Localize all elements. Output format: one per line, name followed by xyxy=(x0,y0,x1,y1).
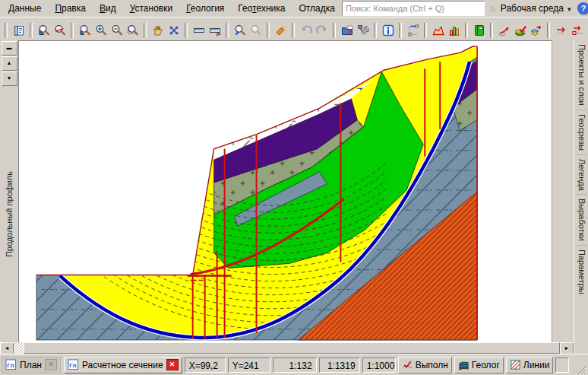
tab-longitudinal-profile[interactable]: Продольный профиль xyxy=(5,171,14,257)
overflow-icon[interactable]: » xyxy=(585,23,588,38)
chevron-down-icon: ▼ xyxy=(566,6,572,13)
topbar-right: △ Рабочая среда ▼ ? xyxy=(342,1,588,16)
status-button-vypol[interactable]: Выполн xyxy=(398,357,452,373)
tab-легенда[interactable]: Легенда xyxy=(577,154,587,195)
toolbar-separator xyxy=(424,23,427,38)
folder-documents-icon[interactable] xyxy=(339,23,355,38)
arrow-box-icon[interactable] xyxy=(569,23,585,38)
toolbar-separator xyxy=(30,23,33,38)
toolbar-separator xyxy=(185,23,188,38)
status-button-linii[interactable]: Линии xyxy=(506,357,554,373)
menu-установки[interactable]: Установки xyxy=(123,1,180,16)
flashlight-icon[interactable] xyxy=(273,23,289,38)
geolog-icon xyxy=(458,359,469,370)
tab-выработки[interactable]: Выработки xyxy=(577,194,587,245)
scale-field[interactable]: 1:1319 xyxy=(319,358,360,373)
arrow-line-icon[interactable] xyxy=(553,23,569,38)
zoom-in-icon[interactable] xyxy=(93,23,109,38)
zoom-corner-icon[interactable] xyxy=(77,23,93,38)
resize-grip[interactable] xyxy=(576,364,586,375)
toolbar-separator xyxy=(267,23,270,38)
profile-chart-icon[interactable] xyxy=(430,23,446,38)
curve-arrow-icon[interactable] xyxy=(496,23,512,38)
menu-отладка[interactable]: Отладка xyxy=(292,1,341,16)
menu-геотехника[interactable]: Геотехника xyxy=(231,1,292,16)
coord-x: X=99,2 xyxy=(185,358,226,373)
column-chart-icon[interactable] xyxy=(446,23,462,38)
tab-параметры[interactable]: Параметры xyxy=(577,245,587,298)
linii-icon xyxy=(510,359,521,370)
menu-вид[interactable]: Вид xyxy=(93,1,123,16)
scrollbar-thumb[interactable] xyxy=(24,342,560,354)
zoom-extents-icon[interactable] xyxy=(166,23,182,38)
horizontal-scrollbar[interactable]: ◄ ► xyxy=(0,342,574,354)
doc-tab-план[interactable]: ГлПлан✕ xyxy=(2,357,61,373)
workspace-selector[interactable]: Рабочая среда ▼ xyxy=(501,3,572,14)
undo-icon[interactable] xyxy=(298,23,314,38)
redo-icon[interactable] xyxy=(314,23,330,38)
toolbar-separator xyxy=(547,23,550,38)
toolbar-separator xyxy=(333,23,336,38)
toolbar-separator xyxy=(144,23,147,38)
section-drawing xyxy=(19,41,552,342)
doc-tab-label: Расчетное сечение xyxy=(82,360,163,370)
doc-tab-label: План xyxy=(20,360,42,370)
search-input[interactable] xyxy=(342,1,485,16)
toolbar-separator xyxy=(292,23,295,38)
help-icon[interactable]: ? xyxy=(577,2,588,14)
scale-field[interactable]: 1:132 xyxy=(273,358,317,373)
svg-text:Гл: Гл xyxy=(7,362,14,369)
tab-проекты-и-слои[interactable]: Проекты и слои xyxy=(577,40,587,110)
status-bar: ГлПлан✕ГлРасчетное сечение✕ X=99,2 Y=241… xyxy=(0,354,588,375)
toolbar-separator xyxy=(71,23,74,38)
toolbar-separator xyxy=(399,23,402,38)
status-button-geolog[interactable]: Геолог xyxy=(454,357,504,373)
triangle-icon[interactable]: △ xyxy=(490,5,495,12)
zoom-initial-icon[interactable] xyxy=(36,23,52,38)
right-gap xyxy=(552,40,574,354)
doc-tab-расчетное-сечение[interactable]: ГлРасчетное сечение✕ xyxy=(64,357,182,373)
info-icon[interactable] xyxy=(380,23,396,38)
zoom-prev-icon[interactable] xyxy=(232,23,248,38)
pan-hand-icon[interactable] xyxy=(150,23,166,38)
zoom-next-icon[interactable] xyxy=(248,23,264,38)
close-icon[interactable]: ✕ xyxy=(45,359,57,370)
vypol-icon xyxy=(402,359,413,370)
toolbar-separator xyxy=(5,23,8,38)
scroll-up-button[interactable]: ▲ xyxy=(2,56,17,71)
toolbar: » xyxy=(0,17,588,43)
menu-правка[interactable]: Правка xyxy=(48,1,93,16)
apply-geology-icon[interactable] xyxy=(512,23,528,38)
toolbar-separator xyxy=(374,23,377,38)
ruler-arrow-icon[interactable] xyxy=(207,23,223,38)
layers-send-icon[interactable] xyxy=(528,23,544,38)
ruler-icon[interactable] xyxy=(191,23,207,38)
tab-геосрезы[interactable]: Геосрезы xyxy=(577,110,587,154)
status-button-label: Геолог xyxy=(472,360,500,370)
coord-y: Y=241 xyxy=(228,358,270,373)
menu-bar: ДанныеПравкаВидУстановкиГеологияГеотехни… xyxy=(0,0,588,17)
status-button-label: Линии xyxy=(523,360,550,370)
book-icon[interactable] xyxy=(471,23,487,38)
workspace-label: Рабочая среда xyxy=(501,3,564,14)
panel-list-icon[interactable] xyxy=(11,23,27,38)
drawing-canvas[interactable] xyxy=(18,40,552,342)
svg-text:Гл: Гл xyxy=(69,362,76,369)
close-icon[interactable]: ✕ xyxy=(166,359,179,370)
scroll-down-button[interactable]: ▼ xyxy=(2,72,17,86)
scale-fields: 1:1321:13191:1000 xyxy=(273,358,396,373)
toolbar-separator xyxy=(226,23,229,38)
scale-field[interactable]: 1:1000 xyxy=(362,358,396,373)
left-panel: ▬ ▲ ▼ Продольный профиль xyxy=(0,40,18,342)
toolbar-separator xyxy=(465,23,468,38)
zoom-window-icon[interactable] xyxy=(125,23,141,38)
status-empty-field xyxy=(555,358,569,373)
menu-данные[interactable]: Данные xyxy=(2,1,48,16)
measure-icon[interactable] xyxy=(405,23,421,38)
status-buttons: ВыполнГеологЛинии xyxy=(398,357,554,373)
tools-icon[interactable] xyxy=(355,23,371,38)
zoom-out-icon[interactable] xyxy=(109,23,125,38)
collapse-button[interactable]: ▬ xyxy=(2,41,17,56)
menu-геология[interactable]: Геология xyxy=(179,1,231,16)
zoom-cancel-icon[interactable] xyxy=(52,23,68,38)
